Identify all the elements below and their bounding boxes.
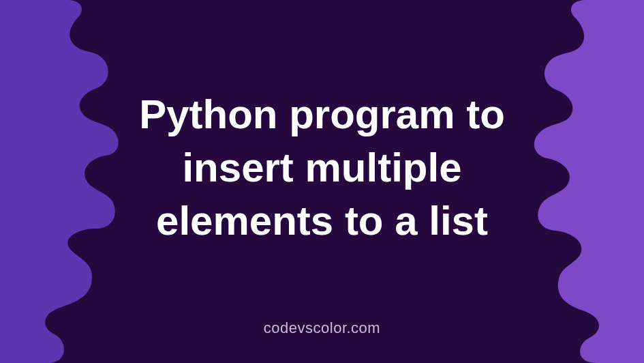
- blog-banner: Python program to insert multiple elemen…: [0, 0, 644, 363]
- title-container: Python program to insert multiple elemen…: [0, 0, 644, 363]
- site-name: codevscolor.com: [0, 319, 644, 337]
- banner-title: Python program to insert multiple elemen…: [104, 88, 540, 248]
